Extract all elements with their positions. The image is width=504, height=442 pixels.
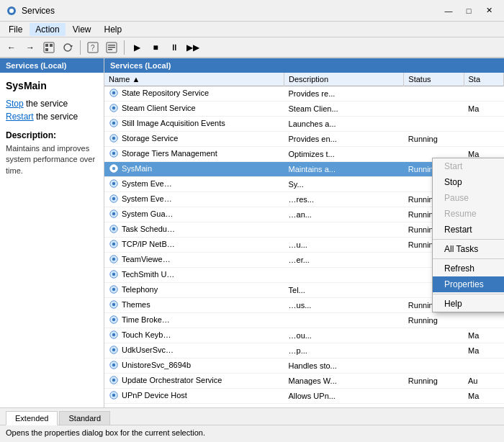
service-description-cell: Allows UPn... (284, 389, 404, 404)
svg-point-38 (112, 258, 115, 261)
col-description[interactable]: Description (284, 73, 404, 86)
ctx-refresh[interactable]: Refresh (433, 261, 504, 276)
service-gear-icon (109, 194, 119, 204)
table-row[interactable]: Still Image Acquisition EventsLaunches a… (104, 117, 504, 132)
col-startup[interactable]: Sta (464, 73, 503, 86)
table-row[interactable]: Time Broke…Running (104, 313, 504, 328)
service-gear-icon (109, 133, 119, 143)
service-row-name: SysMain (104, 162, 284, 177)
title-bar-controls: — □ ✕ (439, 4, 498, 18)
table-row[interactable]: Storage ServiceProvides en...Running (104, 132, 504, 147)
close-button[interactable]: ✕ (480, 4, 498, 18)
service-status-cell (404, 86, 464, 102)
ctx-resume[interactable]: Resume (433, 206, 504, 222)
service-row-name: UdkUserSvc… (104, 343, 284, 358)
service-name-cell: Task Schedu… (122, 225, 175, 233)
left-panel: Services (Local) SysMain Stop the servic… (0, 58, 104, 407)
service-startup-cell (464, 86, 503, 102)
stop-service-link[interactable]: Stop (6, 99, 24, 109)
service-description-cell: Maintains a... (284, 162, 404, 177)
context-menu: Start Stop Pause Resume Restart All Task… (432, 158, 504, 312)
table-row[interactable]: Update Orchestrator ServiceManages W...R… (104, 374, 504, 389)
start-button[interactable]: ▶ (128, 39, 145, 56)
table-row[interactable]: State Repository ServiceProvides re... (104, 86, 504, 102)
service-description-cell (284, 313, 404, 328)
table-row[interactable]: Steam Client ServiceSteam Clien...Ma (104, 102, 504, 117)
service-row-name: System Gua… (104, 207, 284, 222)
help-button[interactable]: ? (84, 39, 102, 56)
table-row[interactable]: UnistoreSvc_8694bHandles sto... (104, 358, 504, 374)
service-startup-cell (464, 132, 503, 147)
back-button[interactable]: ← (3, 39, 20, 56)
service-name-cell: State Repository Service (122, 89, 209, 97)
restart-service-link[interactable]: Restart (6, 112, 34, 122)
table-row[interactable]: UdkUserSvc……p...Ma (104, 343, 504, 358)
service-row-name: Task Schedu… (104, 222, 284, 238)
pause-button[interactable]: ⏸ (166, 39, 183, 56)
svg-rect-4 (50, 44, 53, 47)
service-row-name: Touch Keyb… (104, 328, 284, 343)
svg-point-50 (112, 348, 115, 351)
ctx-all-tasks[interactable]: All Tasks › (433, 241, 504, 257)
resume-button[interactable]: ▶▶ (184, 39, 202, 56)
service-startup-cell: Ma (464, 389, 503, 404)
menu-action[interactable]: Action (30, 23, 65, 36)
svg-point-30 (112, 197, 115, 200)
service-name-cell: UdkUserSvc… (122, 346, 174, 354)
service-description-cell: Sy... (284, 177, 404, 192)
service-name-cell: Update Orchestrator Service (122, 376, 222, 384)
up-button[interactable] (40, 39, 58, 56)
service-gear-icon (109, 239, 119, 249)
service-gear-icon (109, 299, 119, 310)
service-name-cell: Touch Keyb… (122, 330, 171, 339)
ctx-pause[interactable]: Pause (433, 190, 504, 206)
svg-point-54 (112, 379, 115, 382)
service-status-cell (404, 102, 464, 117)
tab-extended[interactable]: Extended (6, 411, 58, 425)
col-status[interactable]: Status (404, 73, 464, 86)
forward-button[interactable]: → (22, 39, 39, 56)
ctx-start[interactable]: Start (433, 158, 504, 174)
service-name-cell: SysMain (122, 164, 152, 173)
service-row-name: UPnP Device Host (104, 389, 284, 404)
title-bar-left: Services (6, 5, 55, 17)
ctx-stop[interactable]: Stop (433, 174, 504, 190)
refresh-button[interactable] (59, 39, 76, 56)
service-name-cell: System Eve… (122, 179, 172, 188)
restart-link-text: the service (36, 112, 78, 122)
properties-button[interactable] (103, 39, 120, 56)
tab-standard[interactable]: Standard (59, 411, 110, 425)
menu-view[interactable]: View (67, 23, 97, 36)
toolbar-separator-1 (80, 40, 81, 55)
service-row-name: TeamViewe… (104, 253, 284, 268)
toolbar-separator-2 (124, 40, 125, 55)
stop-button[interactable]: ■ (147, 39, 164, 56)
menu-help[interactable]: Help (99, 23, 128, 36)
service-row-name: UnistoreSvc_8694b (104, 358, 284, 374)
service-name: SysMain (6, 80, 98, 91)
service-description-cell: Provides en... (284, 132, 404, 147)
ctx-separator-2 (433, 258, 504, 259)
service-name-cell: System Gua… (122, 209, 174, 218)
service-gear-icon (109, 224, 119, 234)
service-name-cell: Storage Tiers Management (122, 149, 217, 158)
svg-point-32 (112, 212, 115, 215)
table-row[interactable]: Touch Keyb……ou...Ma (104, 328, 504, 343)
service-description-cell: …an... (284, 207, 404, 222)
svg-point-40 (112, 273, 115, 276)
title-bar: Services — □ ✕ (0, 0, 504, 22)
svg-rect-13 (108, 47, 115, 48)
col-name[interactable]: Name ▲ (104, 73, 284, 86)
ctx-help[interactable]: Help (433, 296, 504, 312)
service-name-cell: TCP/IP NetB… (122, 240, 175, 248)
table-row[interactable]: UPnP Device HostAllows UPn...Ma (104, 389, 504, 404)
maximize-button[interactable]: □ (459, 4, 478, 18)
minimize-button[interactable]: — (439, 4, 458, 18)
ctx-properties[interactable]: Properties (433, 276, 504, 292)
service-startup-cell: Au (464, 374, 503, 389)
status-text: Opens the properties dialog box for the … (6, 428, 205, 437)
menu-file[interactable]: File (3, 23, 28, 36)
service-startup-cell (464, 313, 503, 328)
service-gear-icon (109, 118, 119, 128)
ctx-restart[interactable]: Restart (433, 222, 504, 238)
